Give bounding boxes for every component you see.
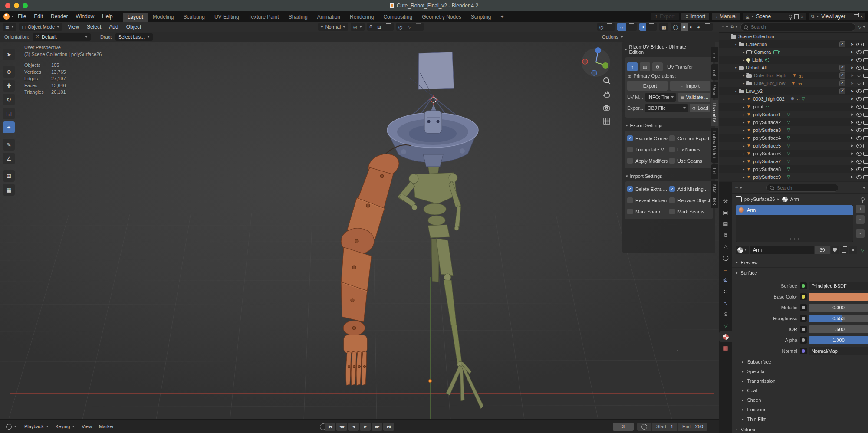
camera-toggle[interactable] (862, 87, 868, 95)
workspace-tab-uv-editing[interactable]: UV Editing (210, 13, 244, 22)
reference-plane[interactable] (418, 52, 454, 89)
outliner-item-name[interactable]: polySurface6 (753, 151, 781, 156)
camera-toggle[interactable] (862, 72, 868, 79)
move-tool-button[interactable]: ✚ (3, 80, 15, 92)
pointer-toggle[interactable]: ➤ (848, 79, 855, 87)
collection-enable-checkbox[interactable]: ✓ (839, 72, 846, 79)
export-checkbox-triangulate-m[interactable]: Triangulate M... (627, 147, 668, 152)
new-view-layer-icon[interactable] (854, 14, 858, 19)
workspace-tab-scripting[interactable]: Scripting (466, 13, 496, 22)
properties-editor-selector[interactable]: ≣ (735, 185, 742, 190)
outliner-row[interactable]: ▸▼polySurface5▽➤ (719, 142, 868, 150)
pointer-toggle[interactable]: ➤ (848, 134, 855, 142)
tool-properties-tab[interactable]: ⚒ (719, 196, 732, 207)
chevron-right-icon[interactable]: ▸ (741, 121, 746, 125)
orthographic-grid-icon[interactable] (602, 117, 612, 126)
material-users-count[interactable]: 39 (815, 246, 830, 254)
import-checkbox-add-missing[interactable]: ✓Add Missing ... (669, 186, 710, 192)
checkbox-unchecked[interactable] (627, 147, 633, 152)
pointer-toggle[interactable]: ➤ (848, 111, 855, 118)
pin-icon[interactable] (861, 197, 865, 201)
slot-specials-menu[interactable] (856, 229, 865, 238)
pointer-toggle[interactable]: ➤ (848, 165, 855, 173)
remove-slot-button[interactable]: − (856, 215, 865, 224)
checkbox-unchecked[interactable] (669, 147, 675, 152)
delete-scene-icon[interactable]: × (801, 14, 803, 19)
manual-button[interactable]: ↓Manual (712, 13, 740, 20)
world-properties-tab[interactable]: ◯ (719, 253, 732, 263)
chevron-right-icon[interactable]: ▸ (741, 82, 746, 85)
start-frame-field[interactable]: Start1 (652, 423, 677, 431)
rendered-shading-button[interactable]: ◕ (695, 23, 702, 31)
subsurface-subpanel-header[interactable]: ▸Subsurface (732, 357, 868, 367)
pointer-toggle[interactable]: ➤ (848, 95, 855, 103)
library-mode-button[interactable]: ▤ (640, 62, 650, 71)
measure-tool-button[interactable]: ∠ (3, 153, 15, 164)
fake-user-button[interactable] (831, 246, 839, 254)
delete-view-layer-icon[interactable]: × (860, 14, 863, 19)
solid-shading-button[interactable]: ● (681, 23, 688, 31)
checkbox-unchecked[interactable] (669, 197, 675, 203)
chevron-right-icon[interactable]: ▸ (741, 50, 746, 54)
checkbox-unchecked[interactable] (669, 209, 675, 214)
pointer-toggle[interactable]: ➤ (848, 150, 855, 157)
camera-toggle[interactable] (862, 95, 868, 103)
camera-toggle[interactable] (862, 142, 868, 150)
outliner-row[interactable]: Scene Collection (719, 33, 868, 40)
import-button[interactable]: ↧Import (681, 13, 709, 20)
coat-subpanel-header[interactable]: ▸Coat (732, 386, 868, 395)
menu-file[interactable]: File (14, 13, 30, 20)
chevron-right-icon[interactable]: ▸ (741, 58, 746, 62)
transform-tool-button[interactable]: ⌖ (3, 121, 15, 133)
sheen-subpanel-header[interactable]: ▸Sheen (732, 395, 868, 405)
workspace-tab-layout[interactable]: Layout (123, 13, 148, 22)
xray-toggle[interactable]: ▩ (659, 23, 668, 31)
validate-button[interactable]: ▦Validate ... (678, 93, 710, 102)
unlink-material-button[interactable]: × (849, 246, 857, 254)
proportional-editing-icon[interactable]: ◎ (396, 23, 405, 31)
uv-transfer-mode-button[interactable]: ↑ (627, 62, 638, 71)
eye-toggle[interactable] (855, 150, 862, 157)
chevron-down-icon[interactable]: ▾ (733, 89, 739, 93)
import-checkbox-delete-extra[interactable]: ✓Delete Extra ... (627, 186, 668, 192)
next-keyframe-button[interactable]: ◆▶ (372, 423, 382, 431)
view-layer-selector[interactable]: ⧉ ViewLayer × (809, 13, 865, 20)
cursor-tool-button[interactable]: ⊕ (3, 66, 15, 78)
material-browse-dropdown[interactable] (736, 246, 749, 254)
outliner-row[interactable]: ▸▼polySurface3▽➤ (719, 126, 868, 134)
snap-to-icon[interactable]: ⊞ (375, 23, 383, 31)
outliner-editor-selector[interactable]: ≡ (722, 25, 728, 30)
pointer-toggle[interactable]: ➤ (848, 64, 855, 72)
outliner-item-name[interactable]: Cute_Bot_High (754, 73, 786, 78)
normal-node-field[interactable]: Normal/Map (809, 347, 868, 355)
transmission-subpanel-header[interactable]: ▸Transmission (732, 376, 868, 386)
object-origin-dot[interactable] (429, 380, 432, 383)
sidebar-tab-machin3[interactable]: MACHIN3 (711, 181, 718, 208)
sidebar-tab-view[interactable]: View (711, 82, 718, 98)
camera-view-icon[interactable] (602, 103, 612, 113)
texture-properties-tab[interactable]: ▦ (719, 343, 732, 353)
chevron-right-icon[interactable]: ▸ (741, 105, 746, 109)
eye-toggle[interactable] (855, 118, 862, 126)
export-settings-header[interactable]: ▾Export Settings (622, 121, 715, 130)
outliner-row[interactable]: ▸▼polySurface4▽➤ (719, 134, 868, 142)
pointer-toggle[interactable]: ➤ (848, 103, 855, 111)
snap-target-selector[interactable]: ◎ (351, 23, 365, 31)
breadcrumb-material[interactable]: Arm (790, 197, 799, 202)
rizom-import-button[interactable]: ↓Import (670, 81, 711, 91)
outliner-filter[interactable]: ▽ (858, 25, 865, 30)
menu-window[interactable]: Window (72, 13, 98, 20)
rizom-panel-header[interactable]: ▾ RizomUV Bridge - Ultimate Edition ⋮⋮ (622, 42, 715, 56)
export-checkbox-exclude-clones[interactable]: ✓Exclude Clones (627, 135, 668, 141)
mode-selector[interactable]: ◻Object Mode (19, 23, 62, 31)
outliner-search[interactable] (740, 23, 855, 31)
workspace-tab-sculpting[interactable]: Sculpting (179, 13, 210, 22)
sidebar-tab-follow-path[interactable]: Follow Path + (711, 128, 718, 163)
eye-toggle[interactable] (855, 142, 862, 150)
orientation-dropdown[interactable]: ⤱Default (33, 33, 91, 41)
outliner-item-name[interactable]: Robot_All (746, 65, 767, 70)
export-button[interactable]: ↥Export (651, 13, 679, 20)
chevron-right-icon[interactable]: ▸ (677, 348, 679, 353)
eye-toggle[interactable] (855, 173, 862, 181)
jump-to-start-button[interactable]: ▮◀ (325, 423, 335, 431)
